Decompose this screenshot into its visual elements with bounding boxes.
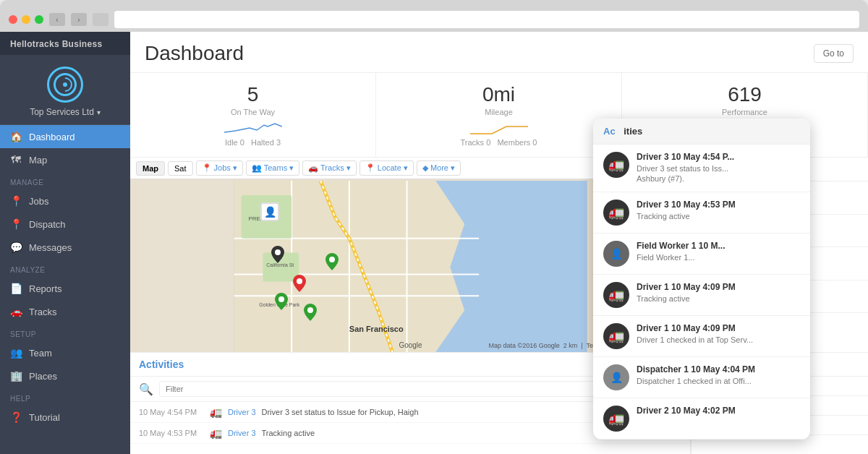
main-content: Dashboard Go to 5 On The Way Idle 0 Halt… xyxy=(130,32,868,454)
stat-label-mileage: Mileage xyxy=(391,108,607,116)
sidebar-item-tutorial[interactable]: ❓ Tutorial xyxy=(0,406,130,429)
dropdown-avatar-3: 👤 xyxy=(603,241,629,267)
stat-number-performance: 619 xyxy=(637,83,853,106)
dropdown-avatar-4: 🚛 xyxy=(603,282,629,308)
close-button[interactable] xyxy=(9,15,17,24)
dropdown-text-5: Driver 1 10 May 4:09 PM Driver 1 checked… xyxy=(637,323,800,345)
sidebar-item-map[interactable]: 🗺 Map xyxy=(0,148,130,171)
browser-chrome: ‹ › xyxy=(0,0,868,32)
main-header: Dashboard Go to xyxy=(130,32,868,73)
sidebar-item-team[interactable]: 👥 Team xyxy=(0,341,130,364)
dropdown-item-2[interactable]: 🚛 Driver 3 10 May 4:53 PM Tracking activ… xyxy=(593,192,810,234)
activities-filter-input[interactable] xyxy=(159,381,666,397)
map-pin-black[interactable] xyxy=(271,246,284,263)
stat-graph-mileage xyxy=(391,119,607,135)
back-button[interactable]: ‹ xyxy=(49,13,65,26)
dropdown-avatar-5: 🚛 xyxy=(603,323,629,349)
activity-driver-2[interactable]: Driver 3 xyxy=(228,429,256,437)
dropdown-text-3: Field Worker 1 10 M... Field Worker 1... xyxy=(637,241,800,262)
map-filter-more[interactable]: ◆ More ▾ xyxy=(417,160,461,176)
dropdown-desc-1: Driver 3 set status to Iss...Ashbury (#7… xyxy=(637,163,800,184)
stat-number-ontheway: 5 xyxy=(145,83,361,106)
dropdown-avatar-1: 🚛 xyxy=(603,152,629,178)
section-help: Help xyxy=(0,387,130,406)
dropdown-text-7: Driver 2 10 May 4:02 PM xyxy=(637,406,800,417)
dropdown-item-4[interactable]: 🚛 Driver 1 10 May 4:09 PM Tracking activ… xyxy=(593,275,810,316)
jobs-icon: 📍 xyxy=(10,195,22,207)
activity-time-1: 10 May 4:54 PM xyxy=(139,408,204,416)
traffic-lights xyxy=(9,15,43,24)
activities-dropdown: Ac ities 🚛 Driver 3 10 May 4:54 P... Dri… xyxy=(593,119,810,440)
sidebar-brand: Hellotracks Business xyxy=(0,32,130,55)
sidebar-item-messages[interactable]: 💬 Messages xyxy=(0,236,130,259)
svg-point-16 xyxy=(297,278,302,284)
activity-time-2: 10 May 4:53 PM xyxy=(139,429,204,437)
dropdown-avatar-7: 🚛 xyxy=(603,406,629,432)
stat-label-ontheway: On The Way xyxy=(145,108,361,116)
reports-icon: 📄 xyxy=(10,283,22,294)
tracks-icon: 🚗 xyxy=(10,306,22,317)
dropdown-desc-4: Tracking active xyxy=(637,294,800,304)
dropdown-name-6: Dispatcher 1 10 May 4:04 PM xyxy=(637,364,800,374)
map-filter-teams[interactable]: 👥 Teams ▾ xyxy=(246,160,299,176)
map-pin-person[interactable]: 👤 xyxy=(260,202,279,221)
tutorial-icon: ❓ xyxy=(10,411,22,423)
map-icon: 🗺 xyxy=(10,154,22,166)
dropdown-name-1: Driver 3 10 May 4:54 P... xyxy=(637,152,800,162)
logo-inner xyxy=(54,73,77,96)
maximize-button[interactable] xyxy=(35,15,43,24)
sidebar-item-places[interactable]: 🏢 Places xyxy=(0,364,130,387)
team-icon: 👥 xyxy=(10,347,22,359)
map-tab-sat[interactable]: Sat xyxy=(168,161,193,176)
dropdown-item-5[interactable]: 🚛 Driver 1 10 May 4:09 PM Driver 1 check… xyxy=(593,316,810,357)
activity-driver-1[interactable]: Driver 3 xyxy=(228,408,256,416)
sidebar-item-tracks[interactable]: 🚗 Tracks xyxy=(0,300,130,323)
map-pin-green-3[interactable] xyxy=(304,304,317,321)
svg-point-19 xyxy=(307,307,313,313)
company-name[interactable]: Top Services Ltd xyxy=(30,107,101,117)
svg-point-18 xyxy=(278,296,284,302)
svg-text:San Francisco: San Francisco xyxy=(349,325,404,333)
sidebar-label-map: Map xyxy=(29,155,47,166)
svg-point-15 xyxy=(275,249,281,255)
stat-sub-ontheway: Idle 0 Halted 3 xyxy=(145,138,361,147)
minimize-button[interactable] xyxy=(22,15,30,24)
places-icon: 🏢 xyxy=(10,370,22,382)
sidebar-label-reports: Reports xyxy=(29,283,62,294)
dropdown-name-2: Driver 3 10 May 4:53 PM xyxy=(637,200,800,210)
map-filter-tracks[interactable]: 🚗 Tracks ▾ xyxy=(302,160,357,176)
stat-number-mileage: 0mi xyxy=(391,83,607,106)
logo-circle xyxy=(47,67,83,103)
dropdown-item-3[interactable]: 👤 Field Worker 1 10 M... Field Worker 1.… xyxy=(593,234,810,275)
stat-ontheway: 5 On The Way Idle 0 Halted 3 xyxy=(130,73,376,157)
map-filter-jobs[interactable]: 📍 Jobs ▾ xyxy=(196,160,243,176)
dropdown-text-6: Dispatcher 1 10 May 4:04 PM Dispatcher 1… xyxy=(637,364,800,386)
dropdown-name-7: Driver 2 10 May 4:02 PM xyxy=(637,406,800,416)
page-title: Dashboard xyxy=(145,42,244,65)
map-tab-map[interactable]: Map xyxy=(136,161,165,176)
dropdown-desc-5: Driver 1 checked in at Top Serv... xyxy=(637,335,800,345)
dropdown-item-6[interactable]: 👤 Dispatcher 1 10 May 4:04 PM Dispatcher… xyxy=(593,357,810,398)
sidebar-item-reports[interactable]: 📄 Reports xyxy=(0,277,130,300)
url-bar[interactable] xyxy=(114,11,859,28)
activity-truck-icon-1: 🚛 xyxy=(210,406,222,418)
tab-toggle-button[interactable] xyxy=(93,13,109,26)
map-pin-green-1[interactable] xyxy=(326,253,339,270)
sidebar-item-dispatch[interactable]: 📍 Dispatch xyxy=(0,213,130,236)
dropdown-tab-ac[interactable]: Ac xyxy=(603,126,616,137)
home-icon: 🏠 xyxy=(10,131,22,142)
sidebar: Hellotracks Business Top Services Ltd 🏠 … xyxy=(0,32,130,454)
dropdown-text-2: Driver 3 10 May 4:53 PM Tracking active xyxy=(637,200,800,221)
sidebar-label-tutorial: Tutorial xyxy=(29,412,60,423)
goto-button[interactable]: Go to xyxy=(814,44,854,63)
map-filter-locate[interactable]: 📍 Locate ▾ xyxy=(359,160,414,176)
sidebar-item-jobs[interactable]: 📍 Jobs xyxy=(0,189,130,213)
map-pin-green-2[interactable] xyxy=(275,293,288,310)
dropdown-desc-6: Dispatcher 1 checked in at Offi... xyxy=(637,376,800,386)
stat-sub-mileage: Tracks 0 Members 0 xyxy=(391,138,607,147)
map-pin-red-1[interactable] xyxy=(293,275,306,292)
sidebar-item-dashboard[interactable]: 🏠 Dashboard xyxy=(0,125,130,148)
dropdown-item-1[interactable]: 🚛 Driver 3 10 May 4:54 P... Driver 3 set… xyxy=(593,145,810,192)
dropdown-item-7[interactable]: 🚛 Driver 2 10 May 4:02 PM xyxy=(593,398,810,440)
forward-button[interactable]: › xyxy=(71,13,87,26)
